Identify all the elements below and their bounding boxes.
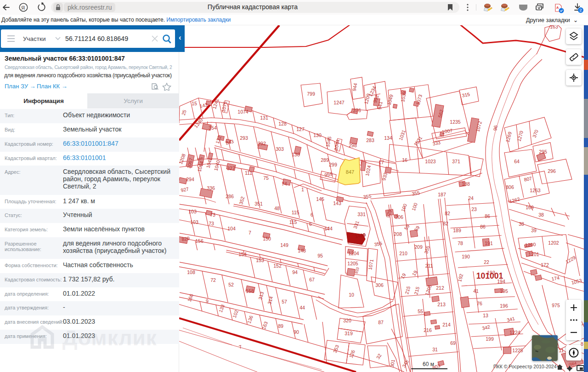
svg-text:R: R bbox=[21, 5, 25, 11]
svg-text:60 м: 60 м bbox=[423, 361, 434, 367]
svg-text:A: A bbox=[556, 6, 559, 10]
svg-text:Участки: Участки bbox=[23, 35, 46, 42]
svg-text:2: 2 bbox=[579, 7, 582, 12]
svg-text:ПКК © Росреестр 2010-2024: ПКК © Росреестр 2010-2024 bbox=[493, 364, 557, 369]
svg-text:56.711214 60.818649: 56.711214 60.818649 bbox=[65, 35, 128, 42]
